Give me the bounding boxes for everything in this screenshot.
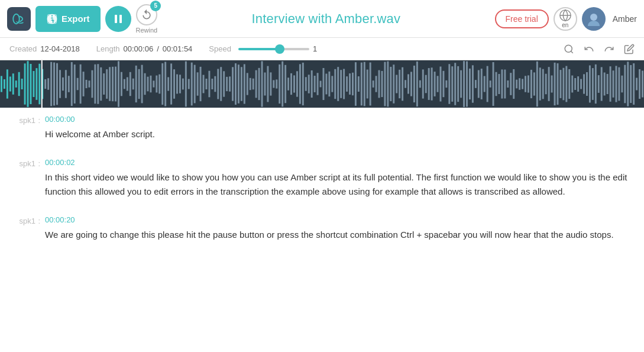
waveform[interactable] (0, 60, 644, 108)
svg-rect-2 (115, 15, 117, 23)
lang-label: en (562, 22, 568, 28)
transcript-area: spk1 : 00:00:00 Hi welcome at Amber scri… (0, 108, 644, 352)
edit-icon (624, 44, 635, 54)
speed-slider[interactable] (238, 48, 309, 50)
undo-button[interactable] (584, 44, 594, 54)
avatar-icon (585, 11, 602, 27)
search-icon (564, 44, 574, 54)
speed-label: Speed (209, 44, 231, 53)
undo-icon (584, 44, 594, 54)
length-total: 00:01:54 (163, 44, 193, 53)
length-label: Length (96, 44, 120, 53)
header: Export 5 Rewind Interview with Amber.wav… (0, 0, 644, 38)
speed-control: 1 (238, 44, 317, 53)
transcript-content: 00:00:02 In this short video we would li… (45, 158, 635, 208)
created-value: 12-04-2018 (40, 44, 80, 53)
language-button[interactable]: en (554, 7, 577, 31)
rewind-label: Rewind (136, 27, 158, 34)
export-button[interactable]: Export (35, 6, 101, 32)
transcript-text: We are going to change this please hit t… (45, 228, 635, 242)
length-separator: / (157, 44, 159, 53)
redo-button[interactable] (604, 44, 614, 54)
length-current: 00:00:06 (124, 44, 154, 53)
free-trial-button[interactable]: Free trial (495, 9, 549, 28)
rewind-button[interactable]: 5 Rewind (136, 4, 158, 34)
transcript-text: In this short video we would like to sho… (45, 170, 635, 199)
export-icon (46, 13, 58, 25)
rewind-svg (141, 9, 153, 21)
transcript-text: Hi welcome at Amber script. (45, 127, 635, 141)
svg-rect-3 (119, 15, 122, 23)
logo-button[interactable] (7, 7, 31, 31)
timestamp[interactable]: 00:00:02 (45, 158, 635, 167)
rewind-badge: 5 (150, 1, 161, 11)
transcript-block: spk1 : 00:00:20 We are going to change t… (0, 208, 644, 251)
transcript-content: 00:00:20 We are going to change this ple… (45, 215, 635, 251)
user-name-label: Amber (613, 14, 637, 24)
waveform-canvas (0, 60, 644, 108)
transcript-block: spk1 : 00:00:02 In this short video we w… (0, 151, 644, 208)
speed-value: 1 (313, 44, 317, 53)
transcript-block: spk1 : 00:00:00 Hi welcome at Amber scri… (0, 108, 644, 151)
transcript-content: 00:00:00 Hi welcome at Amber script. (45, 115, 635, 151)
toolbar-actions (564, 44, 635, 54)
speaker-label: spk1 : (9, 115, 45, 151)
avatar[interactable] (582, 7, 606, 31)
speaker-label: spk1 : (9, 215, 45, 251)
pause-icon (113, 14, 124, 24)
svg-point-6 (565, 45, 572, 52)
svg-point-5 (590, 14, 597, 21)
pause-button[interactable] (105, 6, 131, 32)
file-title: Interview with Amber.wav (162, 11, 490, 27)
timestamp[interactable]: 00:00:20 (45, 215, 635, 224)
speaker-label: spk1 : (9, 158, 45, 208)
edit-button[interactable] (624, 44, 635, 54)
created-label: Created (9, 44, 37, 53)
globe-icon (559, 9, 572, 22)
timestamp[interactable]: 00:00:00 (45, 115, 635, 124)
redo-icon (604, 44, 614, 54)
logo-icon (12, 12, 26, 26)
search-button[interactable] (564, 44, 574, 54)
toolbar: Created 12-04-2018 Length 00:00:06 / 00:… (0, 38, 644, 60)
export-label: Export (62, 14, 90, 24)
